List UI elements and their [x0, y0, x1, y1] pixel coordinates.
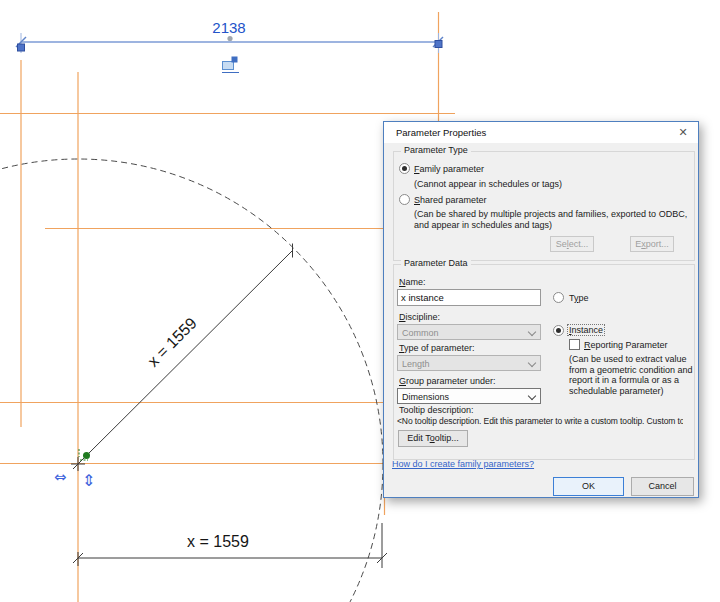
export-button: Export...: [630, 236, 674, 252]
group-parameter-value: Dimensions: [402, 392, 449, 402]
parameter-properties-dialog: Parameter Properties ✕ Parameter Type Fa…: [383, 121, 699, 498]
radial-dimension-text[interactable]: x = 1559: [144, 314, 200, 370]
chevron-down-icon: [528, 392, 536, 400]
dimension-text-grip[interactable]: [227, 36, 232, 41]
type-radio-label: Type: [569, 293, 589, 303]
family-parameter-label: Family parameter: [414, 164, 484, 174]
family-parameter-radio[interactable]: [399, 163, 410, 174]
edit-tooltip-button[interactable]: Edit Tooltip...: [398, 430, 468, 447]
parameter-data-legend: Parameter Data: [401, 258, 471, 268]
discipline-label: Discipline:: [399, 312, 440, 322]
top-dimension-value[interactable]: 2138: [212, 19, 245, 36]
shared-parameter-note: (Can be shared by multiple projects and …: [414, 209, 692, 230]
dimension-grip-left[interactable]: [18, 44, 25, 51]
tooltip-description-label: Tooltip description:: [399, 405, 474, 415]
group-parameter-select[interactable]: Dimensions: [397, 388, 541, 404]
dialog-title: Parameter Properties: [396, 127, 486, 138]
discipline-select: Common: [397, 324, 541, 340]
instance-radio[interactable]: [553, 325, 564, 336]
cancel-button[interactable]: Cancel: [631, 477, 694, 496]
chevron-down-icon: [528, 359, 536, 367]
close-icon[interactable]: ✕: [674, 124, 692, 141]
instance-radio-label: Instance: [568, 325, 604, 335]
origin-point[interactable]: [83, 452, 90, 459]
group-parameter-label: Group parameter under:: [399, 376, 496, 386]
ok-button[interactable]: OK: [553, 477, 624, 496]
name-input[interactable]: x instance: [397, 289, 541, 306]
select-button: Select...: [550, 236, 594, 252]
type-of-parameter-label: Type of parameter:: [399, 343, 475, 353]
shared-parameter-label: Shared parameter: [414, 195, 487, 205]
discipline-value: Common: [402, 328, 439, 338]
reporting-parameter-note: (Can be used to extract value from a geo…: [569, 354, 697, 396]
tooltip-description-text: <No tooltip description. Edit this param…: [397, 416, 683, 426]
flip-horizontal-icon[interactable]: ⇔: [54, 468, 67, 486]
parameter-type-legend: Parameter Type: [401, 145, 471, 155]
type-radio[interactable]: [553, 292, 564, 303]
chevron-down-icon: [528, 328, 536, 336]
dimension-label-icon[interactable]: [222, 57, 239, 73]
type-of-parameter-value: Length: [402, 359, 430, 369]
bottom-dimension-text[interactable]: x = 1559: [187, 533, 249, 550]
reporting-parameter-checkbox[interactable]: [569, 339, 580, 350]
dimension-grip-right[interactable]: [435, 41, 442, 48]
name-label: Name:: [399, 277, 426, 287]
shared-parameter-radio[interactable]: [399, 194, 410, 205]
flip-vertical-icon[interactable]: ⇕: [82, 471, 95, 490]
help-link[interactable]: How do I create family parameters?: [392, 459, 534, 469]
reporting-parameter-label: Reporting Parameter: [584, 340, 668, 350]
family-parameter-note: (Cannot appear in schedules or tags): [414, 179, 562, 189]
radial-dimension: [71, 244, 293, 472]
radial-dimension-line[interactable]: [81, 251, 292, 461]
type-of-parameter-select: Length: [397, 355, 541, 371]
